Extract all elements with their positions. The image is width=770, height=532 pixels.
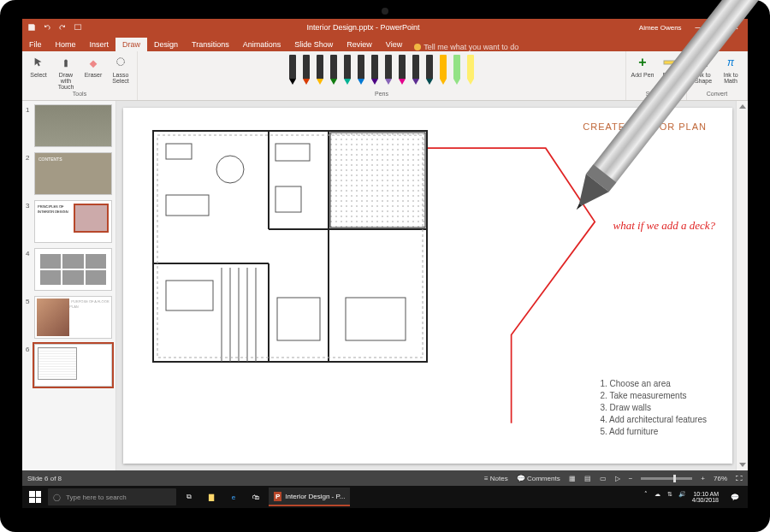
search-placeholder: Type here to search — [66, 494, 127, 501]
thumb-2-label: CONTENTS — [38, 157, 62, 162]
lasso-button[interactable]: Lasso Select — [108, 55, 133, 84]
tab-review[interactable]: Review — [340, 38, 379, 51]
ink-math-label: Ink to Math — [718, 72, 743, 84]
onedrive-icon[interactable]: ☁ — [654, 491, 660, 497]
thumb-3[interactable]: PRINCIPLES OF INTERIOR DESIGN — [34, 200, 112, 243]
reading-view-icon[interactable]: ▭ — [600, 475, 607, 482]
tab-slideshow[interactable]: Slide Show — [287, 38, 340, 51]
ruler-button[interactable]: Ruler — [657, 55, 683, 78]
explorer-icon[interactable]: ▇ — [202, 488, 221, 506]
step-4: 4. Add architectural features — [600, 414, 707, 426]
window-controls: ─ ▢ ✕ — [687, 23, 748, 32]
pen-0[interactable] — [287, 55, 299, 86]
bulb-icon — [414, 44, 421, 50]
pen-11[interactable] — [437, 55, 449, 86]
notes-button[interactable]: ≡ Notes — [484, 475, 508, 482]
pen-7[interactable] — [382, 55, 394, 86]
fit-to-window-icon[interactable]: ⛶ — [736, 475, 743, 482]
task-view-icon[interactable]: ⧉ — [180, 488, 198, 506]
quick-access-toolbar — [22, 23, 87, 32]
ribbon-group-pens: Pens — [138, 51, 626, 100]
add-pen-label: Add Pen — [631, 72, 654, 78]
comments-button[interactable]: 💬 Comments — [517, 475, 560, 482]
pen-5[interactable] — [355, 55, 367, 86]
pen-2[interactable] — [314, 55, 326, 86]
tab-transitions[interactable]: Transitions — [185, 38, 236, 51]
thumb-6[interactable] — [34, 344, 112, 387]
screen: Interior Design.pptx - PowerPoint Aimee … — [22, 19, 748, 508]
taskbar-app-powerpoint[interactable]: P Interior Design - P... — [269, 488, 350, 506]
eraser-label: Eraser — [85, 72, 103, 78]
volume-icon[interactable]: 🔊 — [678, 491, 686, 497]
pen-12[interactable] — [451, 55, 463, 86]
vertical-scrollbar[interactable] — [736, 101, 748, 470]
start-from-beginning-icon[interactable] — [74, 23, 82, 32]
normal-view-icon[interactable]: ▦ — [569, 475, 576, 482]
ink-to-math-button[interactable]: πInk to Math — [718, 55, 743, 84]
thumb-5[interactable]: PURPOSE OF A FLOOR PLAN — [34, 296, 112, 339]
undo-icon[interactable] — [43, 23, 51, 32]
redo-icon[interactable] — [58, 23, 67, 32]
tell-me-label: Tell me what you want to do — [424, 43, 518, 51]
thumb-1[interactable] — [34, 104, 112, 147]
step-5: 5. Add furniture — [600, 426, 707, 438]
maximize-icon[interactable]: ▢ — [713, 23, 720, 32]
tab-draw[interactable]: Draw — [116, 38, 147, 51]
taskbar-search[interactable]: ◯ Type here to search — [48, 488, 176, 505]
close-icon[interactable]: ✕ — [732, 23, 739, 32]
thumb-2[interactable]: CONTENTS — [34, 152, 112, 195]
start-button[interactable] — [26, 488, 44, 506]
select-button[interactable]: Select — [26, 55, 51, 78]
action-center-icon[interactable]: 💬 — [726, 488, 744, 506]
stencils-group-label: Stencils — [646, 91, 667, 98]
edge-icon[interactable]: e — [224, 488, 243, 506]
pen-8[interactable] — [396, 55, 408, 86]
cortana-icon: ◯ — [53, 494, 61, 501]
slide-canvas[interactable]: CREATE A FLOOR PLAN — [123, 108, 732, 464]
tab-home[interactable]: Home — [49, 38, 83, 51]
slideshow-view-icon[interactable]: ▷ — [615, 475, 620, 482]
zoom-slider[interactable] — [641, 477, 692, 480]
store-icon[interactable]: 🛍 — [246, 488, 265, 506]
slide-thumbnails[interactable]: 1 2CONTENTS 3PRINCIPLES OF INTERIOR DESI… — [22, 101, 116, 470]
slide-title: CREATE A FLOOR PLAN — [583, 121, 707, 132]
pen-3[interactable] — [328, 55, 340, 86]
ink-to-shape-button[interactable]: Ink to Shape — [690, 55, 716, 84]
pen-1[interactable] — [300, 55, 312, 86]
pen-10[interactable] — [424, 55, 435, 86]
lasso-label: Lasso Select — [108, 72, 133, 84]
save-icon[interactable] — [27, 23, 36, 32]
tray-up-icon[interactable]: ˄ — [644, 491, 648, 497]
eraser-button[interactable]: Eraser — [80, 55, 106, 78]
svg-rect-0 — [74, 25, 81, 30]
tab-animations[interactable]: Animations — [236, 38, 288, 51]
pen-13[interactable] — [465, 55, 477, 86]
zoom-level[interactable]: 76% — [714, 475, 727, 482]
thumb-number: 3 — [26, 200, 34, 243]
draw-touch-button[interactable]: Draw with Touch — [53, 55, 79, 90]
comments-label: Comments — [527, 475, 560, 482]
thumb-5-label: PURPOSE OF A FLOOR PLAN — [69, 299, 109, 309]
tab-file[interactable]: File — [22, 38, 49, 51]
user-name[interactable]: Aimee Owens — [639, 24, 682, 32]
add-pen-button[interactable]: +Add Pen — [630, 55, 655, 78]
tell-me-search[interactable]: Tell me what you want to do — [414, 43, 518, 51]
zoom-out-icon[interactable]: − — [629, 475, 633, 482]
tab-insert[interactable]: Insert — [83, 38, 116, 51]
pen-6[interactable] — [369, 55, 381, 86]
svg-rect-11 — [330, 133, 425, 228]
status-bar: Slide 6 of 8 ≡ Notes 💬 Comments ▦ ▤ ▭ ▷ … — [22, 470, 748, 486]
thumb-4[interactable] — [34, 248, 112, 291]
pen-9[interactable] — [410, 55, 422, 86]
pens-group-label: Pens — [375, 91, 388, 98]
sorter-view-icon[interactable]: ▤ — [584, 475, 591, 482]
pen-4[interactable] — [341, 55, 353, 86]
thumb-3-label: PRINCIPLES OF INTERIOR DESIGN — [38, 204, 68, 214]
minimize-icon[interactable]: ─ — [696, 23, 701, 32]
zoom-in-icon[interactable]: + — [701, 475, 705, 482]
wifi-icon[interactable]: ⇅ — [667, 491, 672, 497]
system-tray[interactable]: ˄ ☁ ⇅ 🔊 10:10 AM 4/30/2018 — [644, 491, 722, 503]
tools-group-label: Tools — [73, 91, 86, 98]
tab-view[interactable]: View — [379, 38, 409, 51]
tab-design[interactable]: Design — [147, 38, 185, 51]
